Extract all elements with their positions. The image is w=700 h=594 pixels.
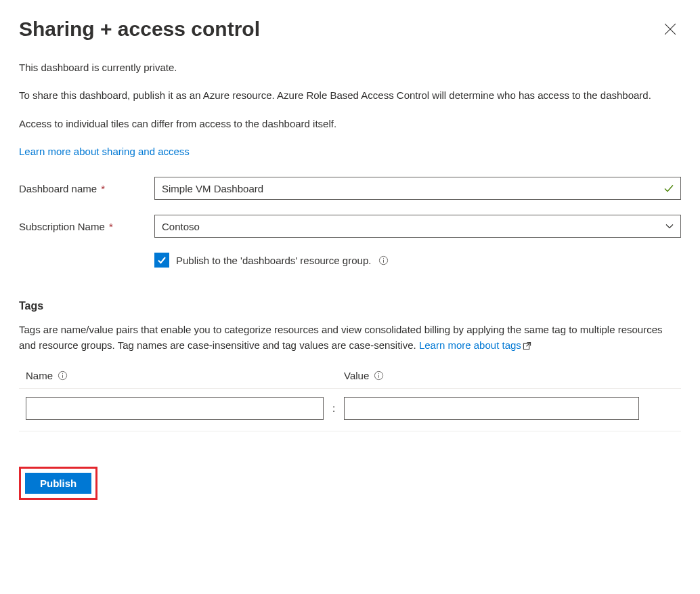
publish-resource-group-label: Publish to the 'dashboards' resource gro… (176, 255, 371, 266)
tag-separator: : (324, 402, 344, 414)
close-button[interactable] (659, 19, 681, 41)
tags-description: Tags are name/value pairs that enable yo… (19, 322, 681, 355)
learn-tags-link[interactable]: Learn more about tags (419, 339, 531, 351)
close-icon (664, 23, 676, 37)
publish-highlight-box: Publish (19, 467, 97, 500)
tags-table: Name Value (19, 370, 681, 431)
subscription-name-label: Subscription Name * (19, 221, 154, 232)
info-icon[interactable] (373, 370, 384, 381)
tag-value-input[interactable] (344, 397, 639, 420)
learn-sharing-link[interactable]: Learn more about sharing and access (19, 146, 190, 157)
intro-line-2: To share this dashboard, publish it as a… (19, 87, 681, 103)
intro-line-3: Access to individual tiles can differ fr… (19, 116, 681, 131)
info-icon[interactable] (378, 255, 389, 266)
intro-line-1: This dashboard is currently private. (19, 60, 681, 75)
page-title: Sharing + access control (19, 18, 260, 41)
tags-col-name-header: Name (26, 370, 344, 381)
publish-resource-group-checkbox[interactable] (154, 253, 169, 268)
info-icon[interactable] (57, 370, 68, 381)
svg-point-4 (383, 257, 384, 258)
tags-row: : (19, 389, 681, 431)
tags-col-value-header: Value (344, 370, 674, 381)
publish-button[interactable]: Publish (25, 473, 91, 494)
required-indicator: * (98, 183, 105, 194)
svg-line-6 (526, 343, 530, 347)
svg-point-9 (62, 373, 62, 373)
subscription-select[interactable] (154, 215, 681, 238)
required-indicator: * (106, 221, 113, 232)
tags-heading: Tags (19, 300, 681, 312)
dashboard-name-label: Dashboard name * (19, 183, 154, 194)
svg-point-12 (378, 373, 379, 373)
external-link-icon (523, 339, 531, 354)
dashboard-name-input[interactable] (154, 177, 681, 200)
chevron-down-icon[interactable] (665, 221, 674, 231)
tag-name-input[interactable] (26, 397, 324, 420)
